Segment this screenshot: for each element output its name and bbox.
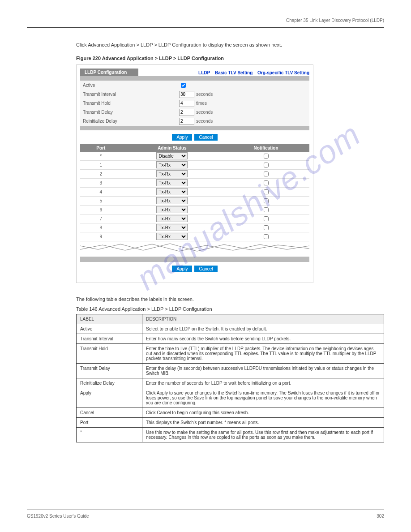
admin-status-select[interactable]: Tx-Rx bbox=[156, 170, 188, 177]
link-basic-tlv[interactable]: Basic TLV Setting bbox=[215, 70, 253, 75]
cancel-button-top[interactable]: Cancel bbox=[194, 134, 217, 141]
admin-status-select[interactable]: Tx-Rx bbox=[156, 179, 188, 186]
admin-status-select[interactable]: Tx-Rx bbox=[156, 161, 188, 168]
reinit-delay-label: Reinitialize Delay bbox=[83, 119, 179, 124]
tx-delay-input[interactable] bbox=[179, 109, 194, 116]
table-row: PortThis displays the Switch's port numb… bbox=[77, 417, 384, 427]
form-block: Active Transmit Interval seconds Transmi… bbox=[80, 81, 309, 126]
desc-head-label: LABEL bbox=[77, 314, 142, 324]
header-right: Chapter 35 Link Layer Discovery Protocol… bbox=[286, 18, 384, 23]
desc-label-cell: Port bbox=[77, 417, 142, 427]
link-lldp[interactable]: LLDP bbox=[198, 70, 210, 75]
notification-checkbox[interactable] bbox=[264, 180, 269, 185]
desc-label-cell: Reinitialize Delay bbox=[77, 378, 142, 388]
table-row: 8Tx-Rx bbox=[80, 223, 309, 232]
cancel-button-bottom[interactable]: Cancel bbox=[194, 266, 217, 272]
desc-label-cell: Transmit Interval bbox=[77, 334, 142, 343]
notification-checkbox[interactable] bbox=[264, 189, 269, 194]
notification-checkbox[interactable] bbox=[264, 154, 269, 159]
admin-status-select[interactable]: Tx-Rx bbox=[156, 215, 188, 222]
desc-label-cell: Transmit Hold bbox=[77, 343, 142, 363]
desc-text-cell: This displays the Switch's port number. … bbox=[142, 417, 384, 427]
desc-text-cell: Enter the time-to-live (TTL) multiplier … bbox=[142, 343, 384, 363]
tx-interval-label: Transmit Interval bbox=[83, 92, 179, 97]
port-cell: 7 bbox=[80, 214, 122, 223]
notification-checkbox[interactable] bbox=[264, 163, 269, 167]
desc-text-cell: Use this row to make the setting the sam… bbox=[142, 427, 384, 442]
desc-text-cell: Enter how many seconds the Switch waits … bbox=[142, 334, 384, 343]
port-cell: * bbox=[80, 152, 122, 161]
admin-status-select[interactable]: Tx-Rx bbox=[156, 197, 188, 204]
notification-checkbox[interactable] bbox=[264, 225, 269, 230]
col-notif: Notification bbox=[223, 144, 309, 152]
port-cell: 4 bbox=[80, 187, 122, 196]
desc-text-cell: Select to enable LLDP on the Switch. It … bbox=[142, 324, 384, 334]
tx-hold-input[interactable] bbox=[179, 100, 194, 107]
admin-status-select[interactable]: Tx-Rx bbox=[156, 188, 188, 195]
notification-checkbox[interactable] bbox=[264, 198, 269, 203]
col-admin: Admin Status bbox=[122, 144, 223, 152]
link-org-tlv[interactable]: Org-specific TLV Setting bbox=[257, 70, 309, 75]
desc-label-cell: Cancel bbox=[77, 408, 142, 417]
port-table: Port Admin Status Notification *Disable1… bbox=[80, 144, 309, 241]
intro-text: Click Advanced Application > LLDP > LLDP… bbox=[76, 41, 384, 49]
torn-edge bbox=[80, 241, 309, 255]
footer-left: GS1920v2 Series User's Guide bbox=[27, 514, 89, 519]
tx-hold-unit: times bbox=[196, 101, 207, 106]
desc-text-cell: Click Apply to save your changes to the … bbox=[142, 388, 384, 408]
port-cell: 1 bbox=[80, 160, 122, 169]
desc-intro: The following table describes the labels… bbox=[76, 296, 384, 302]
admin-status-select[interactable]: Tx-Rx bbox=[156, 233, 188, 240]
port-cell: 9 bbox=[80, 232, 122, 241]
desc-text-cell: Enter the number of seconds for LLDP to … bbox=[142, 378, 384, 388]
admin-status-select[interactable]: Tx-Rx bbox=[156, 206, 188, 213]
active-label: Active bbox=[83, 83, 179, 88]
tx-interval-unit: seconds bbox=[196, 92, 213, 97]
table-title: Table 146 Advanced Application > LLDP > … bbox=[76, 306, 384, 312]
page-header: Chapter 35 Link Layer Discovery Protocol… bbox=[27, 18, 384, 28]
tx-hold-label: Transmit Hold bbox=[83, 101, 179, 106]
reinit-delay-input[interactable] bbox=[179, 118, 194, 125]
notification-checkbox[interactable] bbox=[264, 234, 269, 239]
desc-label-cell: Apply bbox=[77, 388, 142, 408]
apply-button-top[interactable]: Apply bbox=[172, 134, 192, 141]
admin-status-select[interactable]: Tx-Rx bbox=[156, 224, 188, 231]
active-checkbox[interactable] bbox=[181, 83, 186, 88]
table-row: Reinitialize DelayEnter the number of se… bbox=[77, 378, 384, 388]
description-table: LABEL DESCRIPTION ActiveSelect to enable… bbox=[76, 314, 384, 442]
table-row: 4Tx-Rx bbox=[80, 187, 309, 196]
admin-status-select[interactable]: Disable bbox=[156, 152, 188, 159]
tx-interval-input[interactable] bbox=[179, 91, 194, 98]
desc-label-cell: * bbox=[77, 427, 142, 442]
table-row: Transmit HoldEnter the time-to-live (TTL… bbox=[77, 343, 384, 363]
table-row: 3Tx-Rx bbox=[80, 178, 309, 187]
desc-head-desc: DESCRIPTION bbox=[142, 314, 384, 324]
notification-checkbox[interactable] bbox=[264, 172, 269, 176]
table-row: ApplyClick Apply to save your changes to… bbox=[77, 388, 384, 408]
notification-checkbox[interactable] bbox=[264, 207, 269, 212]
table-row: CancelClick Cancel to begin configuring … bbox=[77, 408, 384, 417]
footer-right: 302 bbox=[377, 514, 384, 519]
apply-button-bottom[interactable]: Apply bbox=[172, 266, 192, 272]
port-cell: 2 bbox=[80, 169, 122, 178]
table-row: 7Tx-Rx bbox=[80, 214, 309, 223]
table-row: 6Tx-Rx bbox=[80, 205, 309, 214]
table-row: Transmit IntervalEnter how many seconds … bbox=[77, 334, 384, 343]
table-row: ActiveSelect to enable LLDP on the Switc… bbox=[77, 324, 384, 334]
table-row: 5Tx-Rx bbox=[80, 196, 309, 205]
notification-checkbox[interactable] bbox=[264, 216, 269, 221]
port-cell: 8 bbox=[80, 223, 122, 232]
table-row: 1Tx-Rx bbox=[80, 160, 309, 169]
table-row: 2Tx-Rx bbox=[80, 169, 309, 178]
table-row: *Use this row to make the setting the sa… bbox=[77, 427, 384, 442]
table-row: 9Tx-Rx bbox=[80, 232, 309, 241]
screenshot-panel: LLDP Configuration LLDP Basic TLV Settin… bbox=[76, 64, 313, 283]
desc-label-cell: Active bbox=[77, 324, 142, 334]
tx-delay-unit: seconds bbox=[196, 110, 213, 115]
port-cell: 5 bbox=[80, 196, 122, 205]
desc-text-cell: Click Cancel to begin configuring this s… bbox=[142, 408, 384, 417]
port-cell: 6 bbox=[80, 205, 122, 214]
table-row: *Disable bbox=[80, 152, 309, 161]
table-row: Transmit DelayEnter the delay (in second… bbox=[77, 363, 384, 378]
port-cell: 3 bbox=[80, 178, 122, 187]
